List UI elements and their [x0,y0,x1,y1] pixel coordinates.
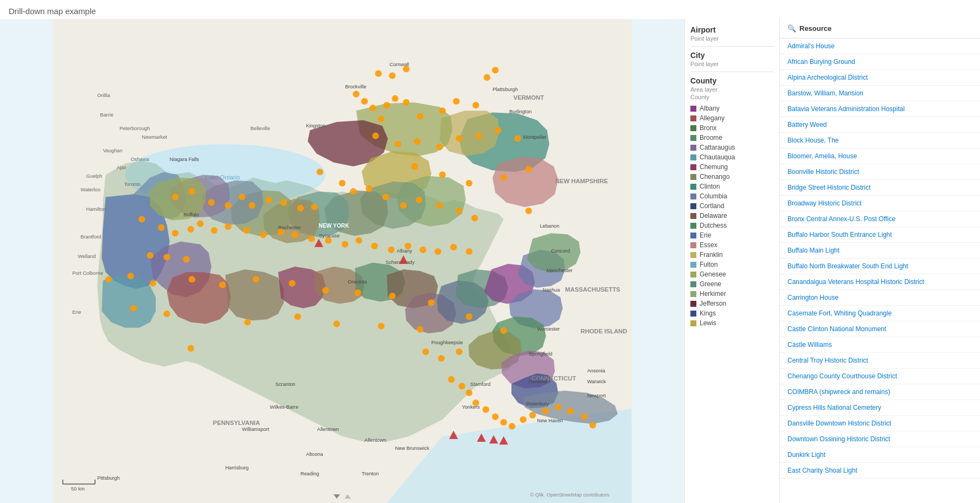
legend-county-item[interactable]: Genesee [690,270,774,278]
legend-county-item[interactable]: Lewis [690,319,774,327]
svg-point-75 [403,99,409,106]
resource-list-item[interactable]: Buffalo Harbor South Entrance Light [780,227,980,243]
svg-point-79 [453,98,459,105]
svg-text:Worcester: Worcester [537,326,560,332]
svg-point-112 [280,199,287,206]
legend-county-item[interactable]: Delaware [690,212,774,220]
resource-list-item[interactable]: East Charity Shoal Light [780,463,980,479]
svg-text:50 km: 50 km [71,486,85,492]
legend-county-item[interactable]: Chemung [690,163,774,171]
legend-county-item[interactable]: Kings [690,309,774,317]
legend-county-item[interactable]: Greene [690,280,774,288]
svg-text:Wilkes-Barre: Wilkes-Barre [270,404,299,410]
legend-county-item[interactable]: Columbia [690,192,774,200]
resource-list-item[interactable]: Battery Weed [780,117,980,133]
svg-point-152 [501,327,507,334]
svg-point-137 [147,252,153,259]
svg-point-120 [211,227,217,234]
resource-list-item[interactable]: Castle Williams [780,337,980,353]
svg-text:Buffalo: Buffalo [183,212,199,217]
svg-text:PENNSYLVANIA: PENNSYLVANIA [213,420,260,426]
svg-text:Erie: Erie [72,309,81,315]
resource-panel[interactable]: 🔍 Resource Admiral's HouseAfrican Buryin… [779,19,980,503]
legend-county-item[interactable]: Bronx [690,124,774,132]
svg-text:Guelph: Guelph [86,173,103,179]
svg-text:Scranton: Scranton [276,382,296,387]
resource-list-item[interactable]: Central Troy Historic District [780,353,980,369]
svg-point-133 [420,247,426,253]
nav-arrow-up[interactable] [344,494,351,499]
svg-point-174 [542,408,548,414]
resource-list-item[interactable]: Broadway Historic District [780,196,980,211]
resource-list-item[interactable]: Bridge Street Historic District [780,180,980,196]
resource-list-item[interactable]: Dansville Downtown Historic District [780,416,980,431]
legend-county-item[interactable]: Allegany [690,114,774,122]
svg-text:Reading: Reading [300,471,319,476]
svg-point-81 [372,132,379,139]
resource-list-item[interactable]: Bronx Central Annex-U.S. Post Office [780,211,980,227]
legend-county-item[interactable]: Franklin [690,251,774,259]
svg-point-103 [471,215,478,221]
svg-point-115 [138,216,145,222]
svg-point-141 [127,273,134,279]
svg-point-85 [456,136,462,142]
svg-text:MASSACHUSETTS: MASSACHUSETTS [565,286,620,293]
resource-list-item[interactable]: Castle Clinton National Monument [780,321,980,337]
legend-county-item[interactable]: Fulton [690,261,774,268]
resource-list-item[interactable]: Dunkirk Light [780,447,980,463]
resource-list-item[interactable]: African Burying Ground [780,54,980,70]
legend-county-item[interactable]: Chenango [690,173,774,180]
legend-county-item[interactable]: Chautauqua [690,153,774,161]
legend-county-item[interactable]: Clinton [690,183,774,190]
resource-list-item[interactable]: Canandaigua Veterans Hospital Historic D… [780,274,980,290]
svg-point-122 [243,227,249,234]
resource-list-item[interactable]: Cypress Hills National Cemetery [780,400,980,416]
resource-list-item[interactable]: Buffalo North Breakwater South End Light [780,259,980,274]
svg-point-105 [172,194,178,200]
legend-county-item[interactable]: Cattaraugus [690,144,774,151]
legend-county-item[interactable]: Cortland [690,202,774,210]
resource-list-item[interactable]: Casemate Fort, Whiting Quadrangle [780,306,980,321]
legend-county-item[interactable]: Albany [690,105,774,112]
svg-point-167 [472,399,479,406]
svg-text:Orillia: Orillia [97,93,110,98]
svg-text:© Qlik. OpenStreetMap contribu: © Qlik. OpenStreetMap contributors [530,492,610,498]
legend-county-item[interactable]: Jefferson [690,300,774,307]
svg-point-118 [188,226,194,233]
svg-point-156 [294,313,301,320]
resource-list-item[interactable]: Bloomer, Amelia, House [780,149,980,164]
resource-list-item[interactable]: Downtown Ossining Historic District [780,431,980,447]
legend-county-item[interactable]: Herkimer [690,290,774,298]
legend-county-item[interactable]: Broome [690,134,774,141]
svg-point-100 [415,196,422,203]
map-container[interactable]: Lake Ontario [0,19,684,503]
legend-county-item[interactable]: Essex [690,241,774,249]
svg-text:Oneonta: Oneonta [348,279,367,285]
resource-list-item[interactable]: Buffalo Main Light [780,243,980,259]
svg-text:Niagara Falls: Niagara Falls [170,157,200,162]
resource-list-item[interactable]: Batavia Veterans Administration Hospital [780,101,980,117]
resource-list-item[interactable]: Carrington House [780,290,980,306]
nav-arrow-down[interactable] [334,494,340,499]
resource-list-item[interactable]: COIMBRA (shipwreck and remains) [780,384,980,400]
svg-point-123 [260,231,266,238]
resource-list-item[interactable]: Admiral's House [780,38,980,54]
legend-county-item[interactable]: Dutchess [690,222,774,229]
resource-list-item[interactable]: Barstow, William, Mansion [780,86,980,101]
resource-list-item[interactable]: Alpina Archeological District [780,70,980,86]
svg-point-117 [172,230,178,236]
resource-list-item[interactable]: Chenango County Courthouse District [780,369,980,384]
svg-point-98 [382,194,389,200]
svg-text:Allentown: Allentown [317,427,339,432]
legend-county-item[interactable]: Erie [690,231,774,239]
svg-text:Nashua: Nashua [543,287,561,293]
resource-list-item[interactable]: Block House, The [780,133,980,149]
app: Drill-down map example Lake Ontario [0,0,980,503]
resource-header-label: Resource [799,24,831,33]
svg-point-99 [400,202,407,209]
svg-point-121 [225,223,231,230]
resource-list-item[interactable]: Boonville Historic District [780,164,980,180]
svg-point-82 [394,141,401,147]
svg-point-158 [378,323,385,329]
svg-point-102 [456,208,462,214]
